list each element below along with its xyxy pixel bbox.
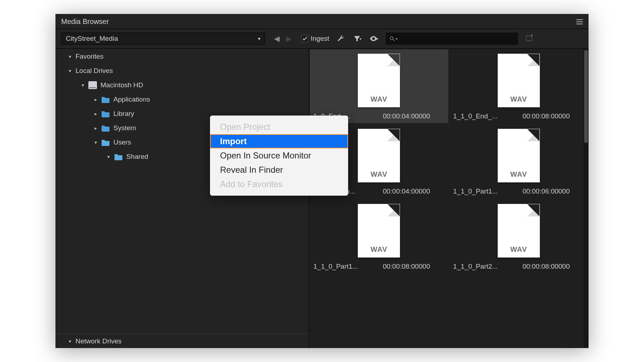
file-thumbnail: WAV [498, 204, 540, 258]
sidebar-section-favorites[interactable]: ▾ Favorites [55, 49, 309, 64]
svg-point-0 [373, 38, 374, 39]
scrollbar[interactable] [584, 49, 589, 348]
file-thumbnail: WAV [498, 54, 540, 107]
file-thumbnail: WAV [358, 54, 400, 107]
svg-point-1 [390, 37, 393, 40]
new-bin-icon[interactable] [525, 34, 535, 44]
svg-rect-3 [526, 36, 532, 41]
panel-title: Media Browser [61, 18, 109, 26]
music-note-icon [366, 211, 392, 236]
file-name: 1_1_0_Part1... [313, 263, 376, 270]
ctx-add-favorites[interactable]: Add to Favorites [210, 177, 348, 191]
eye-icon[interactable]: ▾ [369, 34, 379, 44]
chevron-down-icon: ▾ [66, 338, 73, 344]
folder-icon [101, 138, 110, 146]
music-note-icon [366, 60, 392, 86]
file-format-label: WAV [498, 170, 540, 178]
chevron-down-icon: ▾ [258, 36, 260, 41]
folder-icon [101, 124, 110, 132]
media-browser-panel: Media Browser CityStreet_Media ▾ ◄ ► Ing… [55, 14, 589, 348]
folder-icon [101, 96, 110, 103]
file-item[interactable]: WAV1_0_End_...00:00:04:00000 [310, 49, 448, 123]
file-thumbnail: WAV [358, 204, 400, 258]
file-name: 1_1_0_Part1... [453, 187, 516, 195]
chevron-down-icon: ▾ [66, 54, 73, 59]
content-grid-area: WAV1_0_End_...00:00:04:00000WAV1_1_0_End… [309, 49, 589, 348]
tree-item-applications[interactable]: ▸ Applications [55, 92, 309, 107]
file-item[interactable]: WAV1_1_0_Part2...00:00:08:00000 [450, 200, 588, 273]
sidebar: ▾ Favorites ▾ Local Drives ▾ Macintosh H… [55, 49, 309, 348]
panel-menu-icon[interactable] [576, 19, 583, 24]
location-dropdown[interactable]: CityStreet_Media ▾ [61, 33, 265, 45]
chevron-down-icon: ▾ [92, 140, 99, 145]
svg-line-2 [393, 39, 394, 41]
music-note-icon [506, 60, 532, 86]
toolbar: CityStreet_Media ▾ ◄ ► Ingest ▾ ▾ ▾ [55, 29, 589, 49]
file-duration: 00:00:08:00000 [383, 263, 445, 270]
wrench-icon[interactable] [336, 34, 346, 44]
folder-icon [114, 153, 123, 161]
file-item[interactable]: WAV1_1_0_End_...00:00:08:00000 [450, 49, 588, 123]
chevron-right-icon: ▸ [92, 125, 99, 131]
dropdown-value: CityStreet_Media [66, 35, 118, 43]
chevron-right-icon: ▸ [92, 111, 99, 117]
file-duration: 00:00:08:00000 [522, 263, 584, 270]
back-button[interactable]: ◄ [272, 34, 282, 43]
file-format-label: WAV [498, 245, 540, 254]
file-format-label: WAV [358, 95, 400, 103]
context-menu: Open Project Import Open In Source Monit… [210, 116, 348, 196]
music-note-icon [366, 136, 392, 161]
file-thumbnail: WAV [358, 129, 400, 182]
music-note-icon [506, 211, 532, 236]
chevron-down-icon: ▾ [105, 154, 112, 160]
file-thumbnail: WAV [498, 129, 540, 182]
file-name: 1_1_0_End_... [453, 112, 516, 120]
tree-item-drive[interactable]: ▾ Macintosh HD [55, 78, 309, 92]
ingest-checkbox[interactable] [301, 35, 308, 42]
ctx-open-source-monitor[interactable]: Open In Source Monitor [210, 148, 348, 163]
sidebar-section-local-drives[interactable]: ▾ Local Drives [55, 64, 309, 78]
file-duration: 00:00:04:00000 [383, 112, 445, 120]
panel-titlebar: Media Browser [55, 14, 589, 29]
folder-icon [101, 110, 110, 118]
forward-button[interactable]: ► [284, 34, 294, 43]
file-duration: 00:00:06:00000 [522, 187, 584, 195]
music-note-icon [506, 136, 532, 161]
file-duration: 00:00:04:00000 [383, 187, 445, 195]
ingest-label: Ingest [311, 35, 329, 43]
scrollbar-thumb[interactable] [584, 50, 588, 143]
ctx-open-project[interactable]: Open Project [210, 120, 348, 134]
file-format-label: WAV [358, 245, 400, 254]
file-item[interactable]: WAV1_1_0_Part1...00:00:06:00000 [450, 124, 588, 198]
search-input[interactable]: ▾ [386, 33, 518, 45]
hard-drive-icon [88, 81, 97, 89]
file-item[interactable]: WAV1_1_0_Part1...00:00:08:00000 [310, 200, 448, 273]
file-format-label: WAV [498, 95, 540, 103]
chevron-down-icon: ▾ [79, 82, 86, 88]
ctx-reveal-finder[interactable]: Reveal In Finder [210, 163, 348, 177]
sidebar-section-network-drives[interactable]: ▾ Network Drives [55, 334, 309, 348]
ingest-checkbox-wrap[interactable]: Ingest [301, 35, 329, 43]
file-duration: 00:00:08:00000 [522, 112, 584, 120]
filter-icon[interactable]: ▾ [352, 34, 362, 44]
nav-arrows: ◄ ► [272, 34, 293, 43]
file-name: 1_1_0_Part2... [453, 263, 516, 270]
chevron-right-icon: ▸ [92, 97, 99, 102]
file-format-label: WAV [358, 170, 400, 178]
ctx-import[interactable]: Import [210, 134, 348, 148]
chevron-down-icon: ▾ [66, 68, 73, 74]
